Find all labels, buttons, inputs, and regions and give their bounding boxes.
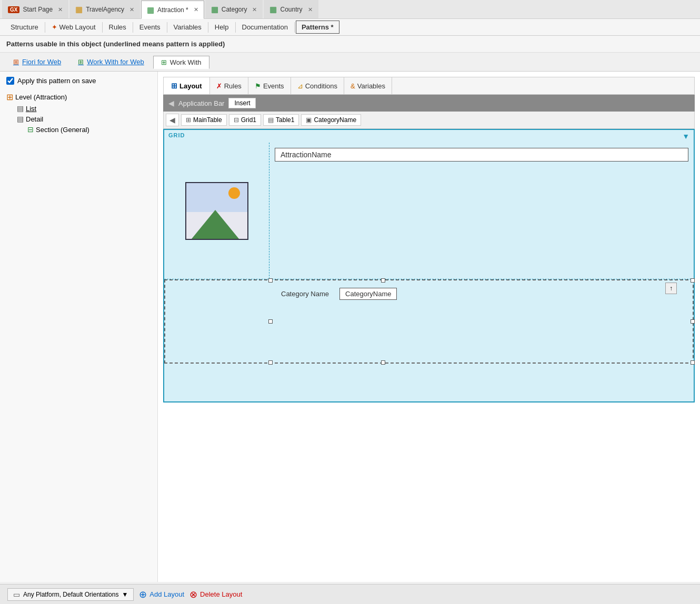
handle-bc — [381, 360, 385, 365]
tab-country-close[interactable]: ✕ — [308, 6, 313, 13]
add-layout-button[interactable]: ⊕ Add Layout — [139, 589, 184, 600]
tree-section-general[interactable]: ⊟ Section (General) — [27, 124, 151, 135]
apply-pattern-checkbox[interactable] — [6, 77, 14, 85]
variables-tab[interactable]: & Variables — [344, 77, 392, 94]
handle-tl — [268, 278, 273, 283]
app-bar-section: ◀ Application Bar Insert — [163, 95, 695, 112]
layout-toolbar: ⊞ Layout ✗ Rules ⚑ Events ⊿ Conditions &… — [163, 77, 695, 95]
table1-icon: ▤ — [268, 116, 274, 124]
category-name-button[interactable]: ▣ CategoryName — [301, 114, 361, 126]
variables-label: Variables — [357, 82, 385, 90]
tree-detail[interactable]: ▤ Detail — [17, 114, 151, 124]
grid1-button[interactable]: ⊟ Grid1 — [229, 114, 261, 126]
ww-tab-icon: ⊞ — [161, 58, 167, 66]
tab-fiori-for-web[interactable]: ⊞ Fiori for Web — [5, 55, 69, 68]
rules-icon: ✗ — [216, 82, 222, 90]
tab-country[interactable]: ▦ Country ✕ — [264, 0, 318, 18]
menu-patterns[interactable]: Patterns * — [296, 21, 339, 34]
menu-help[interactable]: Help — [209, 20, 234, 34]
right-panel: ⊞ Layout ✗ Rules ⚑ Events ⊿ Conditions &… — [158, 72, 700, 582]
main-table-button[interactable]: ⊞ MainTable — [181, 114, 227, 126]
image-mountain — [192, 210, 239, 239]
delete-layout-button[interactable]: ⊗ Delete Layout — [189, 589, 242, 600]
platform-label: Any Platform, Default Orientations — [23, 591, 118, 598]
menu-web-layout[interactable]: ✦ Web Layout — [46, 20, 101, 34]
grid-label: GRID — [168, 132, 185, 138]
tree-list-label: List — [26, 105, 36, 113]
menu-separator-2 — [102, 22, 103, 33]
tab-attraction[interactable]: ▦ Attraction * ✕ — [141, 1, 204, 19]
level-icon: ⊞ — [6, 92, 13, 102]
image-placeholder — [185, 182, 248, 240]
table1-button[interactable]: ▤ Table1 — [263, 114, 299, 126]
menu-variables[interactable]: Variables — [168, 20, 207, 34]
tab-start-close[interactable]: ✕ — [58, 6, 63, 13]
attraction-icon: ▦ — [147, 5, 154, 15]
layout-label: Layout — [179, 82, 202, 90]
app-bar-label: Application Bar — [178, 99, 224, 107]
grid1-label: Grid1 — [241, 116, 256, 124]
tab-attraction-close[interactable]: ✕ — [194, 6, 198, 13]
travel-icon: ▦ — [75, 5, 83, 14]
category-icon: ▦ — [211, 5, 218, 14]
grid-inner: AttractionName ↑ Category Name — [164, 143, 694, 364]
tab-bar: GX Start Page ✕ ▦ TravelAgency ✕ ▦ Attra… — [0, 0, 700, 19]
layout-tab[interactable]: ⊞ Layout — [164, 77, 210, 94]
back-button[interactable]: ◀ — [166, 114, 179, 126]
tab-attraction-label: Attraction * — [157, 6, 188, 14]
bottom-bar: ▭ Any Platform, Default Orientations ▼ ⊕… — [0, 584, 700, 604]
grid-outer: GRID ▼ AttractionName — [163, 129, 695, 402]
platform-button[interactable]: ▭ Any Platform, Default Orientations ▼ — [7, 588, 134, 601]
grid-dropdown-icon[interactable]: ▼ — [682, 132, 689, 140]
events-label: Events — [263, 82, 284, 90]
category-value-box[interactable]: CategoryName — [339, 288, 397, 300]
platform-icon: ▭ — [13, 590, 20, 599]
tab-work-with[interactable]: ⊞ Work With — [153, 56, 209, 69]
rules-label: Rules — [224, 82, 242, 90]
tree-section-label: Section (General) — [36, 126, 89, 134]
tree-list[interactable]: ▤ List — [17, 103, 151, 114]
tab-country-label: Country — [280, 6, 302, 13]
info-bar: Patterns usable in this object (underlin… — [0, 36, 700, 53]
menu-events[interactable]: Events — [134, 20, 166, 34]
tab-category[interactable]: ▦ Category ✕ — [205, 0, 263, 18]
move-up-button[interactable]: ↑ — [665, 283, 677, 294]
handle-tc — [381, 278, 385, 283]
category-label: Category Name — [281, 290, 329, 298]
menu-separator-4 — [167, 22, 167, 33]
grid-row-2-content: Category Name CategoryName — [271, 280, 693, 307]
delete-layout-icon: ⊗ — [189, 589, 197, 600]
main-content: Apply this pattern on save ⊞ Level (Attr… — [0, 72, 700, 582]
handle-br — [691, 360, 695, 365]
attraction-name-box[interactable]: AttractionName — [275, 148, 688, 162]
insert-button[interactable]: Insert — [228, 98, 256, 108]
tab-category-close[interactable]: ✕ — [252, 6, 257, 13]
menu-separator-6 — [235, 22, 236, 33]
tab-start-label: Start Page — [23, 6, 53, 13]
menu-separator-1 — [45, 22, 45, 33]
app-bar-arrow: ◀ — [168, 99, 174, 107]
menu-bar: Structure ✦ Web Layout Rules Events Vari… — [0, 19, 700, 36]
menu-documentation[interactable]: Documentation — [237, 20, 293, 34]
left-panel: Apply this pattern on save ⊞ Level (Attr… — [0, 72, 158, 582]
events-icon: ⚑ — [255, 82, 261, 90]
grid-row-2-bottom — [165, 307, 693, 349]
menu-separator-7 — [294, 22, 295, 33]
tab-travel-close[interactable]: ✕ — [129, 6, 134, 13]
handle-bl — [268, 360, 273, 365]
grid-row-2[interactable]: ↑ Category Name CategoryName — [164, 279, 694, 364]
menu-structure[interactable]: Structure — [5, 20, 44, 34]
tab-travel-agency[interactable]: ▦ TravelAgency ✕ — [69, 0, 140, 18]
tab-start-page[interactable]: GX Start Page ✕ — [2, 0, 68, 18]
handle-tr — [691, 278, 695, 283]
tree-level-attraction[interactable]: ⊞ Level (Attraction) — [6, 91, 151, 103]
wwweb-tab-icon: ⊞ — [78, 58, 84, 66]
events-tab[interactable]: ⚑ Events — [248, 77, 291, 94]
rules-tab[interactable]: ✗ Rules — [210, 77, 248, 94]
tab-work-with-for-web[interactable]: ⊞ Work With for Web — [70, 55, 152, 68]
conditions-tab[interactable]: ⊿ Conditions — [291, 77, 344, 94]
image-sun — [228, 187, 240, 199]
apply-pattern-row[interactable]: Apply this pattern on save — [6, 77, 151, 85]
menu-rules[interactable]: Rules — [104, 20, 132, 34]
tab-category-label: Category — [222, 6, 247, 13]
